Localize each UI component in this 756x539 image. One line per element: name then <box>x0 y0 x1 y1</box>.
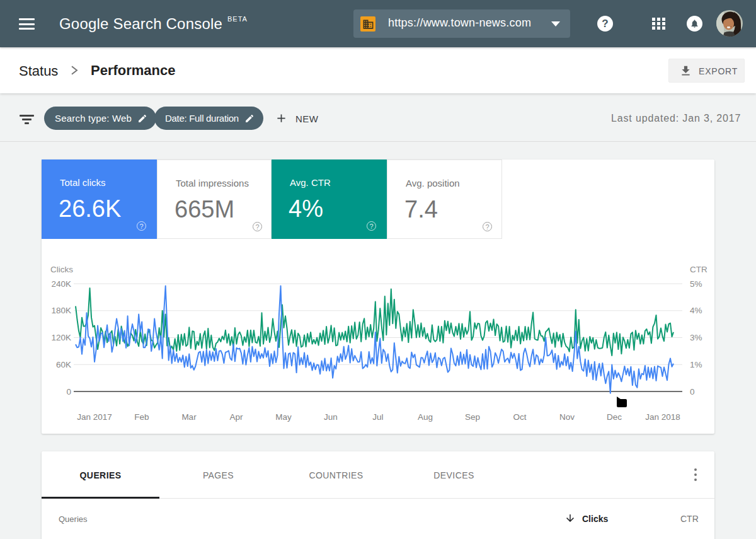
svg-text:Jan 2018: Jan 2018 <box>645 412 680 422</box>
svg-text:Nov: Nov <box>559 412 575 422</box>
svg-text:Mar: Mar <box>181 412 197 422</box>
svg-text:Sep: Sep <box>465 412 480 422</box>
svg-text:240K: 240K <box>51 279 71 289</box>
svg-text:1%: 1% <box>690 360 702 369</box>
svg-text:Dec: Dec <box>607 412 622 422</box>
svg-text:5%: 5% <box>690 279 702 289</box>
svg-text:0: 0 <box>66 387 71 397</box>
svg-text:Jul: Jul <box>372 412 383 422</box>
svg-text:0: 0 <box>690 387 695 397</box>
svg-text:Oct: Oct <box>513 412 526 422</box>
svg-text:Jun: Jun <box>324 412 338 422</box>
svg-text:CTR: CTR <box>690 265 707 274</box>
svg-text:180K: 180K <box>51 306 71 315</box>
svg-text:May: May <box>275 412 292 422</box>
svg-text:60K: 60K <box>56 360 71 369</box>
svg-text:3%: 3% <box>690 333 702 342</box>
svg-text:Apr: Apr <box>229 412 243 422</box>
svg-text:Jan 2017: Jan 2017 <box>77 412 112 422</box>
svg-text:120K: 120K <box>51 333 71 342</box>
svg-text:Clicks: Clicks <box>50 265 73 274</box>
svg-text:4%: 4% <box>690 306 702 315</box>
svg-text:Feb: Feb <box>134 412 149 422</box>
svg-text:Aug: Aug <box>418 412 433 422</box>
